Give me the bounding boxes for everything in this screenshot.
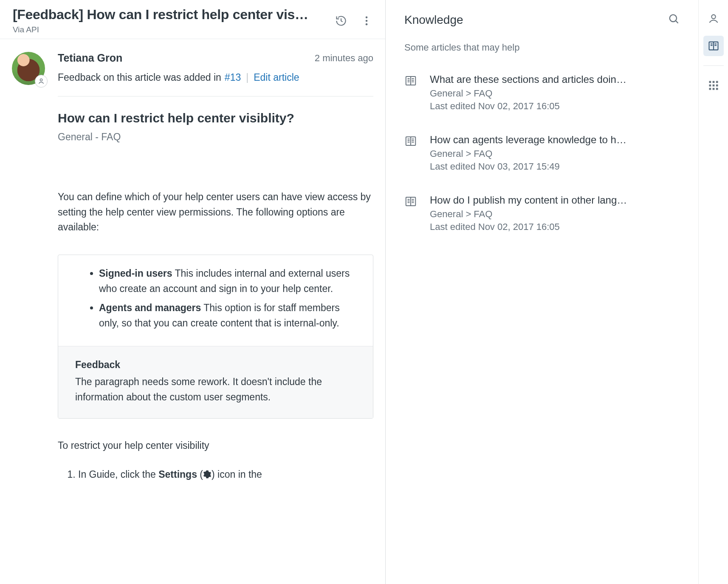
article-path: General > FAQ [430,88,680,99]
article-icon [404,195,419,232]
timestamp: 2 minutes ago [315,53,373,64]
svg-rect-43 [709,88,711,90]
article-title: What are these sections and articles doi… [430,74,680,85]
svg-point-0 [366,16,368,18]
step-item: In Guide, click the Settings () icon in … [78,467,373,482]
ticket-title: [Feedback] How can I restrict help cente… [13,7,327,23]
article-title: How can agents leverage knowledge to h… [430,134,680,146]
article-path: General > FAQ [430,209,680,220]
more-icon[interactable] [360,14,373,28]
knowledge-article[interactable]: How can agents leverage knowledge to h… … [404,134,680,172]
list-item: Agents and managers This option is for s… [99,301,356,331]
svg-point-3 [40,79,42,81]
svg-rect-39 [716,81,718,83]
svg-rect-37 [709,81,711,83]
svg-rect-42 [716,85,718,87]
svg-rect-44 [712,88,714,90]
feedback-text: Feedback on this article was added in [58,72,221,83]
options-box: Signed-in users This includes internal a… [58,255,373,419]
article-edited: Last edited Nov 03, 2017 15:49 [430,161,680,172]
user-badge-icon [35,75,48,88]
article-intro: You can define which of your help center… [58,190,373,235]
svg-point-30 [711,15,715,19]
author-name: Tetiana Gron [58,52,122,64]
feedback-heading: Feedback [75,357,356,373]
search-icon[interactable] [668,13,680,27]
option-term: Agents and managers [99,302,201,313]
history-icon[interactable] [334,14,348,28]
edit-article-link[interactable]: Edit article [254,72,299,83]
article-icon [404,74,419,112]
breadcrumb: General - FAQ [58,131,373,143]
svg-point-4 [670,15,677,22]
apps-grid-icon[interactable] [703,75,724,96]
svg-rect-45 [716,88,718,90]
list-item: Signed-in users This includes internal a… [99,266,356,296]
svg-line-5 [676,21,678,23]
article-edited: Last edited Nov 02, 2017 16:05 [430,101,680,112]
knowledge-subtitle: Some articles that may help [404,42,680,53]
knowledge-article[interactable]: How do I publish my content in other lan… [404,194,680,232]
svg-point-1 [366,20,368,22]
knowledge-pane: Knowledge Some articles that may help Wh… [386,0,698,584]
separator: | [244,72,250,83]
ticket-pane: [Feedback] How can I restrict help cente… [0,0,386,584]
knowledge-icon[interactable] [703,36,724,56]
knowledge-title: Knowledge [404,13,463,27]
svg-point-2 [366,23,368,25]
gear-icon [203,469,212,480]
option-term: Signed-in users [99,268,172,279]
outro-text: To restrict your help center visibility [58,438,373,454]
article-path: General > FAQ [430,148,680,159]
avatar[interactable] [12,52,45,85]
article-icon [404,135,419,172]
ticket-link[interactable]: #13 [225,72,241,83]
feedback-body: The paragraph needs some rework. It does… [75,374,356,405]
svg-rect-38 [712,81,714,83]
article-title: How can I restrict help center visiblity… [58,111,373,125]
article-edited: Last edited Nov 02, 2017 16:05 [430,221,680,232]
svg-rect-41 [712,85,714,87]
user-icon[interactable] [703,9,724,29]
app-rail [698,0,728,584]
article-title: How do I publish my content in other lan… [430,194,680,206]
svg-rect-40 [709,85,711,87]
knowledge-article[interactable]: What are these sections and articles doi… [404,74,680,112]
ticket-header: [Feedback] How can I restrict help cente… [0,0,385,39]
ticket-channel: Via API [13,25,327,34]
